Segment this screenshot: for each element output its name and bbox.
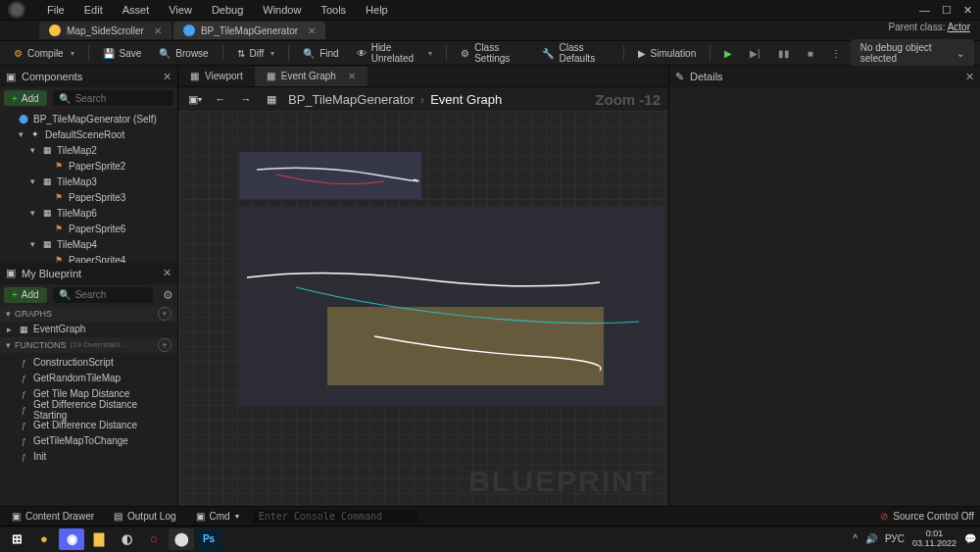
component-tree-item[interactable]: ▾✦DefaultSceneRoot	[0, 126, 177, 142]
myblueprint-close-icon[interactable]: ✕	[163, 267, 172, 279]
pause-button[interactable]: ▮▮	[770, 43, 798, 63]
play-menu-button[interactable]: ⋮	[823, 43, 849, 63]
menu-file[interactable]: File	[37, 4, 74, 16]
search-icon: 🔍	[59, 93, 71, 104]
menu-bar: FileEditAssetViewDebugWindowToolsHelp — …	[0, 0, 980, 21]
debug-object-selector[interactable]: No debug object selected⌄	[851, 39, 974, 67]
tab-close-icon[interactable]: ✕	[308, 25, 316, 36]
component-tree-item[interactable]: ⚑PaperSprite6	[0, 221, 177, 236]
center-tab-viewport[interactable]: ▦Viewport	[178, 67, 255, 86]
function-item[interactable]: ƒGetTileMapToChange	[0, 433, 177, 449]
class-defaults-button[interactable]: 🔧Class Defaults	[534, 43, 616, 63]
taskbar-discord-icon[interactable]: ◉	[59, 528, 84, 550]
step-button[interactable]: ▶|	[742, 43, 768, 63]
language-indicator[interactable]: РУС	[885, 533, 905, 544]
doc-tab-1[interactable]: BP_TileMapGenerator✕	[173, 22, 325, 39]
minimize-icon[interactable]: —	[919, 4, 930, 17]
myblueprint-settings-icon[interactable]: ⚙	[163, 288, 173, 302]
hide-unrelated-button[interactable]: 👁Hide Unrelated▾	[349, 43, 441, 63]
left-sidebar: ▣ Components ✕ +Add 🔍Search ⬤BP_TileMapG…	[0, 66, 178, 506]
content-drawer-button[interactable]: ▣Content Drawer	[6, 509, 100, 525]
add-graph-button[interactable]: +	[158, 307, 172, 321]
nav-back-button[interactable]: ←	[212, 90, 229, 108]
function-item[interactable]: ƒConstructionScript	[0, 355, 177, 371]
menu-edit[interactable]: Edit	[74, 4, 113, 16]
details-close-icon[interactable]: ✕	[965, 71, 974, 83]
component-tree-item[interactable]: ▾▦TileMap2	[0, 142, 177, 158]
menu-tools[interactable]: Tools	[311, 4, 356, 16]
functions-section-header[interactable]: ▾Functions (19 Overridabl… +	[0, 337, 177, 353]
component-tree-item[interactable]: ⚑PaperSprite4	[0, 252, 177, 263]
function-item[interactable]: ƒInit	[0, 449, 177, 465]
function-item[interactable]: ƒGet Difference Distance Starting	[0, 402, 177, 418]
node-comment-box[interactable]	[327, 307, 604, 385]
component-tree-item[interactable]: ▾▦TileMap4	[0, 236, 177, 252]
taskbar-explorer-icon[interactable]: ▇	[86, 528, 112, 550]
graphs-section-header[interactable]: ▾Graphs +	[0, 306, 177, 322]
simulation-button[interactable]: ▶Simulation	[630, 43, 705, 63]
components-search-input[interactable]: 🔍Search	[53, 90, 173, 106]
find-button[interactable]: 🔍Find	[295, 43, 346, 63]
compile-button[interactable]: ⚙Compile▾	[6, 43, 82, 63]
function-item[interactable]: ƒGetRandomTileMap	[0, 371, 177, 386]
clock[interactable]: 0:0103.11.2022	[912, 529, 956, 549]
console-input[interactable]: Enter Console Command	[253, 510, 417, 524]
taskbar-opera-icon[interactable]: ○	[141, 528, 167, 550]
class-settings-button[interactable]: ⚙Class Settings	[453, 43, 532, 63]
status-bar: ▣Content Drawer ▤Output Log ▣Cmd▾ Enter …	[0, 506, 980, 526]
parent-class-link[interactable]: Actor	[948, 22, 970, 32]
center-tab-event-graph[interactable]: ▦Event Graph✕	[255, 67, 368, 86]
notifications-icon[interactable]: 💬	[964, 533, 976, 544]
tab-close-icon[interactable]: ✕	[348, 71, 356, 81]
graph-item-eventgraph[interactable]: ▸▦ EventGraph	[0, 322, 177, 337]
myblueprint-add-button[interactable]: +Add	[4, 287, 47, 303]
tab-close-icon[interactable]: ✕	[154, 25, 162, 36]
menu-window[interactable]: Window	[253, 4, 311, 16]
components-tree[interactable]: ⬤BP_TileMapGenerator (Self)▾✦DefaultScen…	[0, 109, 177, 263]
output-log-button[interactable]: ▤Output Log	[108, 509, 181, 525]
taskbar-steam-icon[interactable]: ◐	[114, 528, 139, 550]
source-control-button[interactable]: ⊘Source Control Off	[880, 511, 974, 522]
event-graph-canvas[interactable]: BLUEPRINT	[178, 111, 668, 506]
diff-button[interactable]: ⇅Diff▾	[229, 43, 283, 63]
functions-tree[interactable]: ƒConstructionScriptƒGetRandomTileMapƒGet…	[0, 353, 177, 507]
menu-debug[interactable]: Debug	[202, 4, 253, 16]
cmd-selector[interactable]: ▣Cmd▾	[190, 509, 245, 525]
menu-items: FileEditAssetViewDebugWindowToolsHelp	[37, 4, 398, 16]
component-tree-item[interactable]: ▾▦TileMap6	[0, 205, 177, 221]
myblueprint-search-input[interactable]: 🔍Search	[53, 287, 153, 303]
details-panel-header: ✎ Details ✕	[669, 66, 980, 87]
stop-button[interactable]: ■	[800, 43, 821, 63]
components-close-icon[interactable]: ✕	[163, 71, 172, 83]
component-tree-item[interactable]: ⬤BP_TileMapGenerator (Self)	[0, 111, 177, 126]
search-icon: 🔍	[59, 289, 71, 300]
system-tray[interactable]: ^ 🔊 РУС 0:0103.11.2022 💬	[853, 529, 976, 549]
doc-tab-0[interactable]: Map_SideScroller✕	[39, 22, 172, 39]
browse-button[interactable]: 🔍Browse	[151, 43, 216, 63]
breadcrumb[interactable]: BP_TileMapGenerator › Event Graph	[288, 92, 502, 107]
component-tree-item[interactable]: ⚑PaperSprite3	[0, 189, 177, 205]
node-group-1[interactable]	[239, 152, 421, 199]
taskbar-photoshop-icon[interactable]: Ps	[196, 528, 221, 550]
components-add-button[interactable]: +Add	[4, 90, 47, 106]
tray-chevron-icon[interactable]: ^	[853, 533, 858, 544]
graph-menu-button[interactable]: ▣▾	[186, 90, 204, 108]
taskbar-unreal-icon[interactable]: ⬤	[169, 528, 194, 550]
component-tree-item[interactable]: ▾▦TileMap3	[0, 174, 177, 189]
taskbar-chrome-icon[interactable]: ●	[31, 528, 57, 550]
center-editor: ▦Viewport▦Event Graph✕ ▣▾ ← → ▦ BP_TileM…	[178, 66, 668, 506]
close-icon[interactable]: ✕	[963, 4, 972, 17]
menu-help[interactable]: Help	[356, 4, 398, 16]
volume-icon[interactable]: 🔊	[865, 533, 877, 544]
nav-forward-button[interactable]: →	[237, 90, 255, 108]
save-button[interactable]: 💾Save	[95, 43, 150, 63]
maximize-icon[interactable]: ☐	[942, 4, 952, 17]
taskbar-start-icon[interactable]: ⊞	[4, 528, 29, 550]
menu-asset[interactable]: Asset	[113, 4, 160, 16]
blueprint-icon: ▣	[6, 267, 16, 279]
components-toolbar: +Add 🔍Search	[0, 87, 177, 109]
play-button[interactable]: ▶	[716, 43, 740, 63]
menu-view[interactable]: View	[159, 4, 202, 16]
component-tree-item[interactable]: ⚑PaperSprite2	[0, 158, 177, 174]
add-function-button[interactable]: +	[158, 338, 172, 352]
